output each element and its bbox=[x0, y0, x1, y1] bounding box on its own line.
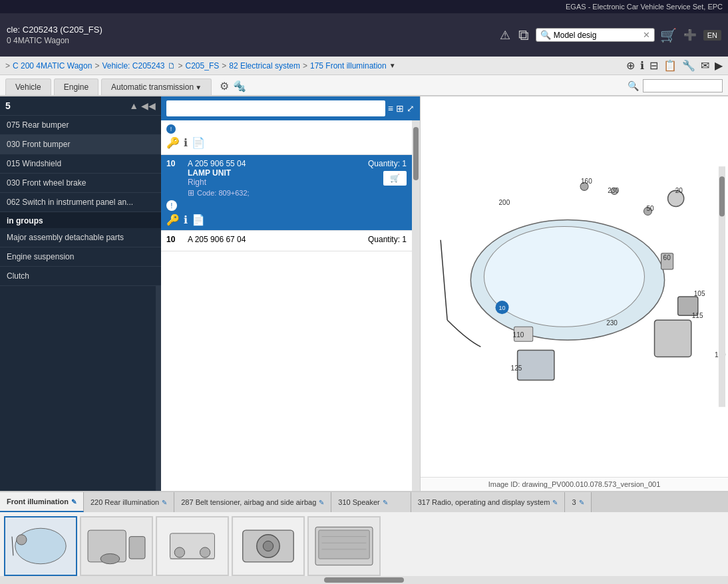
thumb-tab-3[interactable]: 310 Speaker ✎ bbox=[331, 492, 411, 512]
thumb-tab-0[interactable]: Front illumination ✎ bbox=[0, 492, 84, 512]
breadcrumb-item-4[interactable]: 175 Front illumination bbox=[310, 61, 387, 71]
sidebar-item-4[interactable]: 062 Switch in instrument panel an... bbox=[0, 193, 161, 212]
part-1-code-text: Code: 809+632; bbox=[197, 189, 250, 197]
thumb-tab-4[interactable]: 317 Radio, operating and display system … bbox=[411, 492, 566, 512]
sidebar-scroll-area bbox=[0, 286, 161, 491]
thumb-tab-5-label: 3 bbox=[572, 498, 576, 506]
thumb-tab-3-edit[interactable]: ✎ bbox=[383, 499, 388, 506]
thumb-4-svg bbox=[309, 517, 379, 575]
breadcrumb-item-3[interactable]: 82 Electrical system bbox=[229, 61, 300, 71]
parts-scrollbar[interactable] bbox=[412, 120, 420, 491]
tab-search-icon[interactable]: 🔍 bbox=[628, 80, 639, 91]
parts-search-input[interactable] bbox=[166, 100, 385, 116]
part-item-1: 10 A 205 906 55 04 LAMP UNIT Right ⊞ Cod… bbox=[161, 155, 412, 231]
settings-icon[interactable]: ⚙ bbox=[220, 80, 229, 92]
tab-automatic-transmission[interactable]: Automatic transmission ▼ bbox=[101, 78, 212, 95]
sidebar: 5 ▲ ◀◀ 075 Rear bumper 030 Front bumper … bbox=[0, 96, 161, 491]
part-note-icon-0[interactable]: ! bbox=[166, 124, 176, 134]
thumb-item-0[interactable] bbox=[4, 516, 77, 576]
zoom-in-icon[interactable]: ⊕ bbox=[626, 59, 635, 72]
part-item-2-header: 10 A 205 906 67 04 Quantity: 1 bbox=[166, 235, 407, 244]
part-0-doc-icon[interactable]: 📄 bbox=[192, 136, 205, 149]
part-1-info-icon[interactable]: ℹ bbox=[184, 214, 188, 226]
cart-button[interactable]: 🛒 bbox=[660, 27, 677, 43]
thumb-item-4[interactable] bbox=[307, 516, 381, 576]
sidebar-collapse-btn[interactable]: ▲ bbox=[129, 100, 138, 111]
sidebar-group-item-1[interactable]: Engine suspension bbox=[0, 247, 161, 267]
gear-icon[interactable]: 🔩 bbox=[233, 80, 246, 92]
parts-scrollbar-thumb bbox=[413, 127, 419, 180]
filter-icon[interactable]: ⊟ bbox=[649, 59, 658, 72]
part-1-key-icon[interactable]: 🔑 bbox=[166, 214, 180, 226]
sidebar-group-item-0[interactable]: Major assembly detachable parts bbox=[0, 228, 161, 247]
copy-icon[interactable]: ⧉ bbox=[517, 25, 530, 45]
thumb-tab-2[interactable]: 287 Belt tensioner, airbag and side airb… bbox=[174, 492, 331, 512]
breadcrumb-item-2[interactable]: C205_FS bbox=[186, 61, 220, 71]
warning-icon[interactable]: ⚠ bbox=[498, 27, 512, 44]
part-0-info-icon[interactable]: ℹ bbox=[184, 136, 188, 149]
part-1-add-cart-btn[interactable]: 🛒 bbox=[383, 171, 407, 186]
doc-icon[interactable]: 📋 bbox=[663, 59, 677, 72]
parts-popout-icon[interactable]: ⤢ bbox=[407, 103, 415, 114]
thumb-tab-2-edit[interactable]: ✎ bbox=[319, 499, 324, 506]
part-2-code: A 205 906 67 04 bbox=[188, 235, 246, 244]
breadcrumb-sep2: > bbox=[178, 61, 183, 71]
vehicle-code: cle: C205243 (C205_FS) bbox=[7, 25, 493, 35]
tab-vehicle[interactable]: Vehicle bbox=[5, 78, 51, 95]
breadcrumb-dropdown-arrow[interactable]: ▼ bbox=[389, 62, 396, 69]
svg-point-35 bbox=[100, 553, 120, 563]
thumbs-row bbox=[0, 512, 728, 576]
part-1-table-icon: ⊞ bbox=[188, 188, 194, 198]
thumb-tabs: Front illumination ✎ 220 Rear illuminati… bbox=[0, 492, 728, 512]
svg-point-1 bbox=[484, 227, 644, 327]
part-1-detail: Right bbox=[188, 178, 250, 187]
tab-engine[interactable]: Engine bbox=[54, 78, 98, 95]
svg-text:105: 105 bbox=[694, 290, 705, 297]
svg-point-38 bbox=[174, 547, 184, 557]
header-left: cle: C205243 (C205_FS) 0 4MATIC Wagon bbox=[7, 25, 493, 45]
h-scrollbar[interactable] bbox=[0, 576, 728, 584]
parts-list-icon[interactable]: ≡ bbox=[388, 103, 393, 114]
tab-search-area: 🔍 bbox=[628, 79, 723, 95]
parts-expand-icon[interactable]: ⊞ bbox=[396, 103, 404, 114]
sidebar-item-1[interactable]: 030 Front bumper bbox=[0, 135, 161, 154]
thumb-item-2[interactable] bbox=[156, 516, 229, 576]
thumb-tab-4-edit[interactable]: ✎ bbox=[552, 499, 558, 506]
sidebar-group-item-2[interactable]: Clutch bbox=[0, 267, 161, 286]
sidebar-close-btn[interactable]: ◀◀ bbox=[141, 100, 156, 111]
h-scrollbar-thumb bbox=[324, 577, 404, 583]
part-0-key-icon[interactable]: 🔑 bbox=[166, 136, 180, 149]
info-icon[interactable]: ℹ bbox=[640, 59, 644, 72]
more-icon[interactable]: ▶ bbox=[715, 59, 723, 72]
sidebar-item-2[interactable]: 015 Windshield bbox=[0, 154, 161, 174]
thumb-tab-1[interactable]: 220 Rear illumination ✎ bbox=[84, 492, 174, 512]
breadcrumb-item-1[interactable]: Vehicle: C205243 bbox=[102, 61, 164, 71]
breadcrumb-item-0[interactable]: C 200 4MATIC Wagon bbox=[13, 61, 92, 71]
part-item-2: 10 A 205 906 67 04 Quantity: 1 bbox=[161, 231, 412, 251]
mail-icon[interactable]: ✉ bbox=[701, 59, 709, 72]
part-1-note-icon[interactable]: ! bbox=[166, 200, 177, 211]
tab-search-input[interactable] bbox=[643, 79, 723, 92]
thumb-tab-5-edit[interactable]: ✎ bbox=[579, 499, 584, 506]
breadcrumb-copy-icon[interactable]: 🗋 bbox=[168, 61, 176, 71]
language-button[interactable]: EN bbox=[703, 30, 721, 41]
tab-dropdown-arrow[interactable]: ▼ bbox=[195, 84, 202, 91]
sidebar-item-0[interactable]: 075 Rear bumper bbox=[0, 116, 161, 135]
part-item-1-header: 10 A 205 906 55 04 LAMP UNIT Right ⊞ Cod… bbox=[166, 159, 407, 198]
sidebar-item-3[interactable]: 030 Front wheel brake bbox=[0, 174, 161, 193]
svg-point-44 bbox=[263, 541, 273, 551]
thumb-tab-1-edit[interactable]: ✎ bbox=[162, 499, 167, 506]
svg-point-30 bbox=[17, 535, 27, 545]
search-clear-btn[interactable]: ✕ bbox=[643, 30, 650, 40]
search-input[interactable] bbox=[554, 31, 640, 40]
add-to-cart-icon[interactable]: ➕ bbox=[682, 27, 698, 43]
search-icon: 🔍 bbox=[540, 30, 551, 40]
thumb-tab-5[interactable]: 3 ✎ bbox=[565, 492, 591, 512]
part-1-doc-icon[interactable]: 📄 bbox=[192, 214, 205, 226]
thumb-item-3[interactable] bbox=[232, 516, 305, 576]
thumb-tab-0-edit[interactable]: ✎ bbox=[71, 498, 77, 506]
thumb-item-1[interactable] bbox=[80, 516, 153, 576]
wrench-icon[interactable]: 🔧 bbox=[682, 59, 695, 72]
diagram-area[interactable]: 10 160 200 230 20 50 60 105 110 115 120 … bbox=[421, 96, 728, 477]
sidebar-scrollbar[interactable] bbox=[156, 286, 161, 491]
